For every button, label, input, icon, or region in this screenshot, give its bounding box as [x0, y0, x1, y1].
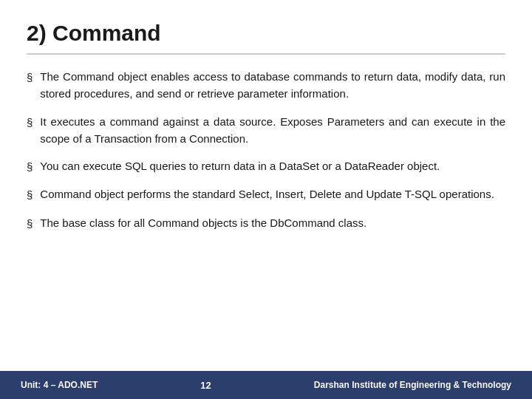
- footer-right: Darshan Institute of Engineering & Techn…: [314, 380, 511, 390]
- slide-title: 2) Command: [27, 21, 505, 46]
- list-item: §It executes a command against a data so…: [27, 113, 505, 148]
- title-divider: [27, 53, 505, 55]
- bullet-text: The Command object enables access to dat…: [40, 68, 505, 103]
- footer-bar: Unit: 4 – ADO.NET 12 Darshan Institute o…: [0, 371, 532, 399]
- main-content: 2) Command §The Command object enables a…: [0, 0, 532, 371]
- list-item: §The base class for all Command objects …: [27, 214, 505, 232]
- bullet-symbol: §: [27, 114, 33, 131]
- bullet-text: Command object performs the standard Sel…: [40, 185, 505, 202]
- footer-left: Unit: 4 – ADO.NET: [21, 380, 98, 390]
- bullet-text: It executes a command against a data sou…: [40, 113, 505, 148]
- footer-page-number: 12: [200, 380, 211, 391]
- list-item: §You can execute SQL queries to return d…: [27, 157, 505, 175]
- bullet-symbol: §: [27, 215, 33, 232]
- bullet-list: §The Command object enables access to da…: [27, 68, 505, 232]
- bullet-symbol: §: [27, 69, 33, 86]
- bullet-symbol: §: [27, 158, 33, 175]
- bullet-text: The base class for all Command objects i…: [40, 214, 505, 231]
- list-item: §The Command object enables access to da…: [27, 68, 505, 103]
- bullet-text: You can execute SQL queries to return da…: [40, 157, 505, 174]
- bullet-symbol: §: [27, 186, 33, 203]
- slide-container: 2) Command §The Command object enables a…: [0, 0, 532, 399]
- list-item: §Command object performs the standard Se…: [27, 185, 505, 203]
